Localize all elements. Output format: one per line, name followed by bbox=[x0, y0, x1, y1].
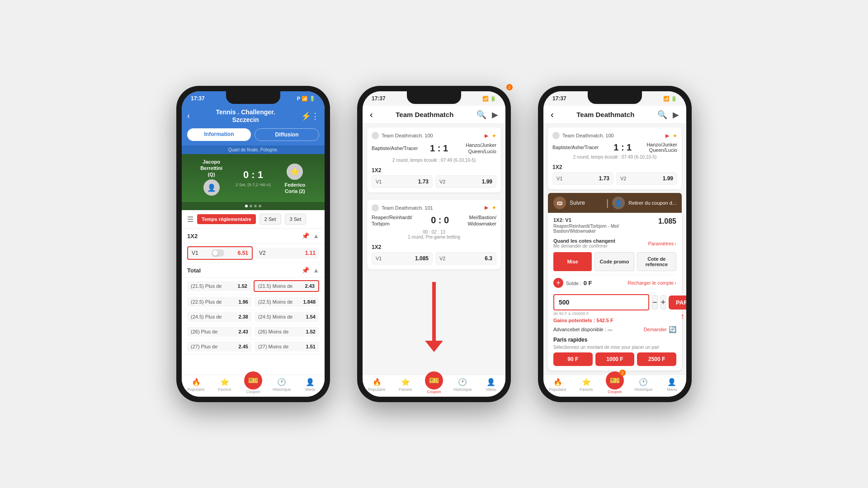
red-arrow-shaft bbox=[432, 282, 436, 341]
team1-3: Baptiste/Ashe/Tracer bbox=[552, 145, 599, 150]
quick-bet-1000[interactable]: 1000 F bbox=[595, 352, 635, 366]
tab-diffusion[interactable]: Diffusion bbox=[255, 128, 319, 141]
total-icons: 📌 ▲ bbox=[302, 267, 319, 274]
nav-historique-3[interactable]: 🕐 Historique bbox=[629, 378, 658, 394]
match-card-1: Jacopo Berrettini (Q) 👤 0 : 1 2 Set, (5-… bbox=[182, 154, 325, 202]
nav-coupon-1[interactable]: 🎫 Coupon bbox=[239, 378, 267, 394]
total-cell-plus-2[interactable]: (24.5) Plus de 2.38 bbox=[187, 312, 252, 322]
plus-btn[interactable]: + bbox=[660, 295, 666, 310]
params-link[interactable]: Paramètres › bbox=[648, 241, 676, 246]
quick-bet-90[interactable]: 90 F bbox=[553, 352, 593, 366]
nav-favoris-label-1: Favoris bbox=[218, 387, 231, 392]
v1-label: V1 bbox=[192, 250, 198, 256]
quick-bet-2500[interactable]: 2500 F bbox=[637, 352, 676, 366]
back-icon-3[interactable]: ‹ bbox=[551, 109, 554, 120]
play-icon-3[interactable]: ▶ bbox=[665, 133, 669, 139]
nav-favoris-2[interactable]: ⭐ Favoris bbox=[391, 378, 420, 394]
match-info-2a: 2 round, temps écoulé : 07:49 (6-10,10-5… bbox=[372, 158, 496, 163]
total-cell-moins-0[interactable]: (21.5) Moins de 2.43 bbox=[254, 280, 319, 292]
pin-icon: 📌 bbox=[302, 232, 309, 239]
v2-btn-3[interactable]: V2 1.99 bbox=[616, 172, 677, 185]
lightning-icon-1[interactable]: ⚡ bbox=[301, 111, 311, 121]
total-cell-moins-1[interactable]: (22.5) Moins de 1.848 bbox=[255, 297, 319, 307]
demander-btn[interactable]: Demander 🔄 bbox=[644, 326, 676, 333]
player1: Jacopo Berrettini (Q) 👤 bbox=[187, 159, 236, 198]
nav-populaire-2[interactable]: 🔥 Populaire bbox=[363, 378, 391, 394]
play-icon-2b[interactable]: ▶ bbox=[485, 205, 488, 211]
total-row-2: (24.5) Plus de 2.38 (24.5) Moins de 1.54 bbox=[182, 310, 325, 324]
nav-coupon-3[interactable]: 🎫 2 Coupon bbox=[600, 378, 629, 394]
nav-populaire-3[interactable]: 🔥 Populaire bbox=[543, 378, 572, 394]
match-card-3: Team Deathmatch. 100 ▶ ★ Baptiste/Ashe/T… bbox=[548, 127, 682, 189]
nav-menu-2[interactable]: 👤 Menu bbox=[477, 378, 505, 394]
1x2-section-3: 1X2 bbox=[552, 162, 677, 172]
total-cell-moins-2[interactable]: (24.5) Moins de 1.54 bbox=[255, 312, 319, 322]
v1-toggle[interactable] bbox=[212, 249, 224, 257]
v2-odds-cell[interactable]: V2 1.11 bbox=[255, 248, 319, 258]
v1-btn-2b[interactable]: V1 1.085 bbox=[372, 252, 433, 265]
red-arrow-head bbox=[425, 341, 443, 352]
v2-btn-2a[interactable]: V2 1.99 bbox=[435, 175, 496, 188]
back-icon-2[interactable]: ‹ bbox=[370, 109, 373, 120]
nav-populaire-1[interactable]: 🔥 Populaire bbox=[182, 378, 210, 394]
total-cell-moins-3[interactable]: (26) Moins de 1.52 bbox=[255, 327, 319, 337]
search-icon-2[interactable]: 🔍 bbox=[476, 110, 486, 120]
match-card-2a: Team Deathmatch. 100 ▶ ★ Baptiste/Ashe/T… bbox=[367, 127, 501, 192]
star-icon-3[interactable]: ★ bbox=[673, 133, 677, 139]
total-cell-moins-4[interactable]: (27) Moins de 1.51 bbox=[255, 342, 319, 352]
recharge-btn[interactable]: Recharger le compte › bbox=[627, 280, 676, 286]
mise-btn[interactable]: Mise bbox=[553, 252, 592, 271]
star-icon-nav-2: ⭐ bbox=[401, 378, 410, 386]
v1-val-3: 1.73 bbox=[599, 175, 609, 182]
play-icon-2a[interactable]: ▶ bbox=[485, 133, 488, 139]
2set-btn[interactable]: 2 Set bbox=[259, 214, 281, 225]
cote-reference-btn[interactable]: Cote de reference bbox=[637, 252, 676, 271]
temps-reglementaire-btn[interactable]: Temps réglementaire bbox=[197, 214, 256, 224]
team2-2b: Mei/Bastion/ Widowmaker bbox=[467, 214, 496, 227]
video-icon-3[interactable]: ▶ bbox=[673, 110, 679, 120]
bet-teams: Reaper/Reinhardt/Torbjorn - Mei/ Bastion… bbox=[553, 224, 619, 234]
nav-menu-3[interactable]: 👤 Menu bbox=[658, 378, 686, 394]
star-icon-2a[interactable]: ★ bbox=[492, 133, 496, 139]
tab-information[interactable]: Information bbox=[187, 128, 251, 141]
v2-btn-2b[interactable]: V2 6.3 bbox=[435, 252, 496, 265]
amount-input[interactable] bbox=[553, 294, 649, 310]
v1-btn-3[interactable]: V1 1.73 bbox=[552, 172, 613, 185]
match-info2-2b: 1 round, Pre-game betting bbox=[372, 235, 496, 239]
star-icon-2b[interactable]: ★ bbox=[492, 205, 496, 211]
coupon-circle-2: 🎫 2 bbox=[425, 371, 443, 389]
total-cell-plus-4[interactable]: (27) Plus de 2.45 bbox=[187, 342, 252, 352]
follow-label[interactable]: Suivre bbox=[570, 200, 603, 206]
phone-notch-1 bbox=[226, 91, 280, 104]
time-2: 17:37 bbox=[372, 95, 386, 102]
gains-label: Gains potentiels : 542.5 F bbox=[553, 318, 676, 323]
minus-btn[interactable]: − bbox=[652, 295, 658, 310]
3set-btn[interactable]: 3 Set bbox=[285, 214, 307, 225]
search-icon-3[interactable]: 🔍 bbox=[657, 110, 667, 120]
nav-favoris-1[interactable]: ⭐ Favoris bbox=[210, 378, 239, 394]
video-icon-2[interactable]: ▶ bbox=[492, 110, 498, 120]
nav-historique-2[interactable]: 🕐 Historique bbox=[448, 378, 477, 394]
match-card-2b: Team Deathmatch. 101 ▶ ★ Reaper/Reinhard… bbox=[367, 200, 501, 270]
p1-tabs: Information Diffusion bbox=[182, 128, 325, 145]
nav-coupon-2[interactable]: 🎫 2 Coupon bbox=[420, 378, 448, 394]
amount-hint: de 90 F à 160000 F bbox=[553, 311, 676, 316]
menu-icon-1[interactable]: ⋮ bbox=[311, 111, 319, 121]
pari-btn[interactable]: PARI bbox=[669, 296, 686, 310]
retire-btn[interactable]: Retirer du coupon d... bbox=[628, 200, 676, 206]
total-cell-plus-0[interactable]: (21.5) Plus de 1.52 bbox=[187, 281, 251, 291]
code-promo-btn[interactable]: Code promo bbox=[594, 252, 634, 271]
total-chevron-icon: ▲ bbox=[313, 267, 319, 274]
v1-btn-2a[interactable]: V1 1.73 bbox=[372, 175, 433, 188]
nav-favoris-3[interactable]: ⭐ Favoris bbox=[572, 378, 600, 394]
nav-historique-1[interactable]: 🕐 Historique bbox=[268, 378, 296, 394]
odds-row-2a: V1 1.73 V2 1.99 bbox=[372, 175, 496, 188]
nav-menu-1[interactable]: 👤 Menu bbox=[296, 378, 325, 394]
total-cell-plus-1[interactable]: (22.5) Plus de 1.96 bbox=[187, 297, 252, 307]
balance-add-btn[interactable]: + bbox=[553, 278, 563, 288]
v1-odds-cell[interactable]: V1 6.51 bbox=[187, 246, 253, 260]
retire-icon: 👤 bbox=[612, 197, 625, 209]
total-cell-plus-3[interactable]: (26) Plus de 2.43 bbox=[187, 327, 252, 337]
nav-populaire-label-1: Populaire bbox=[188, 387, 205, 392]
1x2-label-2a: 1X2 bbox=[372, 165, 496, 175]
